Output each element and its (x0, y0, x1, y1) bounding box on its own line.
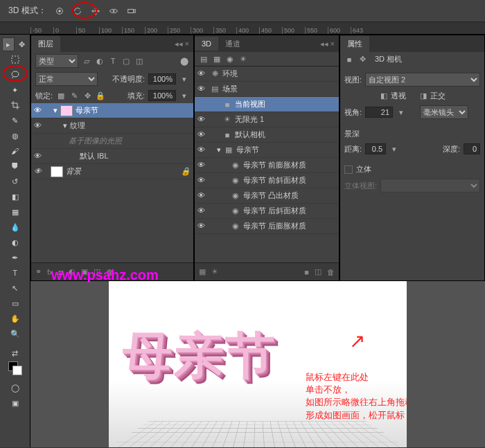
camera-icon[interactable] (124, 3, 139, 19)
lock-pixels-icon[interactable]: ✎ (69, 91, 79, 100)
type-tool[interactable]: T (7, 266, 24, 280)
dodge-tool[interactable]: ◐ (7, 235, 24, 249)
view-select[interactable]: 自定视图 2 (365, 73, 480, 87)
fill-dropdown-icon[interactable]: ▾ (179, 91, 189, 100)
visibility-icon[interactable]: 👁 (197, 191, 207, 201)
panel-minimize-icon[interactable]: ◂◂ × (170, 39, 193, 48)
tab-layers[interactable]: 图层 (31, 36, 60, 52)
lock-all-icon[interactable]: 🔒 (96, 91, 105, 100)
3d-item[interactable]: 👁◉母亲节 前斜面材质 (195, 173, 339, 188)
visibility-icon[interactable]: 👁 (34, 167, 44, 177)
dropdown-icon[interactable]: ▾ (389, 144, 399, 154)
filter-mesh-icon[interactable]: ▦ (212, 54, 222, 64)
distance-value[interactable]: 0.5 (365, 143, 386, 154)
fill-value[interactable]: 100% (148, 90, 176, 101)
add-camera-icon[interactable]: ■ (304, 268, 309, 276)
3d-item[interactable]: 👁◉母亲节 前膨胀材质 (195, 158, 339, 173)
filter-smart-icon[interactable]: ◫ (134, 56, 144, 66)
blend-mode-select[interactable]: 正常 (35, 72, 98, 86)
shape-tool[interactable]: ▭ (7, 296, 24, 310)
lock-position-icon[interactable]: ✥ (82, 91, 92, 100)
visibility-icon[interactable]: 👁 (197, 222, 207, 231)
canvas-viewport[interactable]: 母亲节 ↗ 鼠标左键在此处 单击不放， 如图所示略微往右上角拖动 形成如图画面，… (109, 281, 407, 447)
visibility-icon[interactable]: 👁 (197, 206, 207, 216)
lens-select[interactable]: 毫米镜头 (420, 105, 468, 119)
3d-item[interactable]: 👁▾▦母亲节 (195, 143, 339, 158)
opacity-value[interactable]: 100% (148, 73, 176, 84)
document-canvas[interactable]: www.psahz.com 母亲节 ↗ 鼠标左键在此处 单击不放， 如图所示略微… (30, 281, 485, 447)
visibility-icon[interactable]: 👁 (197, 69, 207, 79)
panel-minimize-icon[interactable]: ◂◂ × (316, 39, 339, 48)
filter-type-icon[interactable]: T (108, 56, 118, 66)
add-light-icon[interactable]: ☀ (211, 267, 218, 276)
pen-tool[interactable]: ✒ (7, 251, 24, 265)
3d-item[interactable]: 👁◉母亲节 后膨胀材质 (195, 219, 339, 234)
orbit-icon[interactable] (52, 3, 67, 19)
move-icon[interactable] (88, 3, 103, 19)
visibility-icon[interactable]: 👁 (197, 115, 207, 125)
visibility-icon[interactable]: 👁 (197, 161, 207, 170)
history-brush-tool[interactable]: ↺ (7, 174, 24, 188)
dropdown-icon[interactable]: ▾ (396, 107, 406, 117)
stamp-tool[interactable]: ⛊ (7, 159, 24, 173)
eyedropper-tool[interactable]: ✎ (7, 114, 24, 127)
new-icon[interactable]: ◫ (315, 267, 321, 276)
3d-item[interactable]: 👁◉母亲节 后斜面材质 (195, 204, 339, 219)
orthographic-button[interactable]: ◨ 正交 (418, 91, 446, 101)
magic-wand-tool[interactable]: ✦ (7, 83, 24, 97)
link-layers-icon[interactable]: ⚭ (35, 267, 42, 276)
eye-icon[interactable] (106, 3, 121, 19)
visibility-icon[interactable]: 👁 (197, 130, 207, 140)
visibility-icon[interactable]: 👁 (197, 145, 207, 155)
filter-image-icon[interactable]: ▱ (82, 56, 91, 66)
screen-mode-icon[interactable]: ▣ (7, 396, 24, 410)
filter-shape-icon[interactable]: ▢ (121, 56, 131, 66)
3d-item[interactable]: 👁■默认相机 (195, 127, 339, 143)
tab-channels[interactable]: 通道 (218, 36, 247, 52)
trash-icon[interactable]: 🗑 (327, 268, 335, 276)
layer-item[interactable]: 👁 默认 IBL (31, 149, 193, 164)
layer-item[interactable]: 基于图像的光照 (31, 134, 193, 149)
filter-material-icon[interactable]: ◉ (225, 54, 235, 64)
heal-tool[interactable]: ◍ (7, 129, 24, 143)
visibility-icon[interactable]: 👁 (34, 152, 44, 161)
visibility-icon[interactable]: 👁 (34, 121, 44, 131)
brush-tool[interactable]: 🖌 (7, 144, 24, 158)
fov-value[interactable]: 21 (365, 107, 393, 118)
layer-item[interactable]: 👁 背景 🔒 (31, 164, 193, 179)
gradient-tool[interactable]: ▦ (7, 205, 24, 219)
lock-transparent-icon[interactable]: ▩ (56, 91, 66, 100)
swap-colors-icon[interactable]: ⇄ (7, 346, 24, 360)
quick-mask-icon[interactable]: ◯ (7, 381, 24, 395)
opacity-dropdown-icon[interactable]: ▾ (179, 74, 189, 84)
3d-item[interactable]: ■当前视图 (195, 97, 339, 112)
layer-filter-type[interactable]: 类型 (35, 54, 78, 68)
zoom-tool[interactable]: 🔍 (7, 327, 24, 341)
filter-adjust-icon[interactable]: ◐ (95, 56, 105, 66)
artboard-tool[interactable]: ✥ (15, 37, 28, 51)
render-icon[interactable]: ▦ (199, 267, 206, 276)
visibility-icon[interactable]: 👁 (197, 176, 207, 186)
visibility-icon[interactable]: 👁 (34, 106, 44, 116)
filter-toggle-icon[interactable]: ⬤ (179, 56, 189, 66)
perspective-button[interactable]: ◧ 透视 (379, 91, 406, 101)
eraser-tool[interactable]: ◧ (7, 190, 24, 204)
filter-scene-icon[interactable]: ▤ (199, 54, 209, 64)
3d-item[interactable]: 👁☀无限光 1 (195, 112, 339, 127)
stereo-checkbox[interactable] (344, 165, 353, 174)
tab-3d[interactable]: 3D (195, 37, 218, 51)
foreground-background-color[interactable] (7, 361, 24, 379)
path-select-tool[interactable]: ↖ (7, 281, 24, 295)
layer-item[interactable]: 👁 ▾ 母亲节 (31, 103, 193, 118)
3d-item[interactable]: 👁◉母亲节 凸出材质 (195, 188, 339, 204)
visibility-icon[interactable]: 👁 (197, 84, 207, 94)
tab-properties[interactable]: 属性 (340, 36, 369, 52)
filter-light-icon[interactable]: ☀ (238, 54, 248, 64)
crop-tool[interactable] (7, 98, 24, 112)
marquee-tool[interactable] (7, 53, 24, 66)
move-tool[interactable]: ▸ (2, 37, 15, 51)
3d-item[interactable]: 👁▤场景 (195, 82, 339, 97)
blur-tool[interactable]: 💧 (7, 220, 24, 234)
lasso-tool[interactable] (7, 68, 24, 82)
3d-item[interactable]: 👁❋环境 (195, 66, 339, 82)
